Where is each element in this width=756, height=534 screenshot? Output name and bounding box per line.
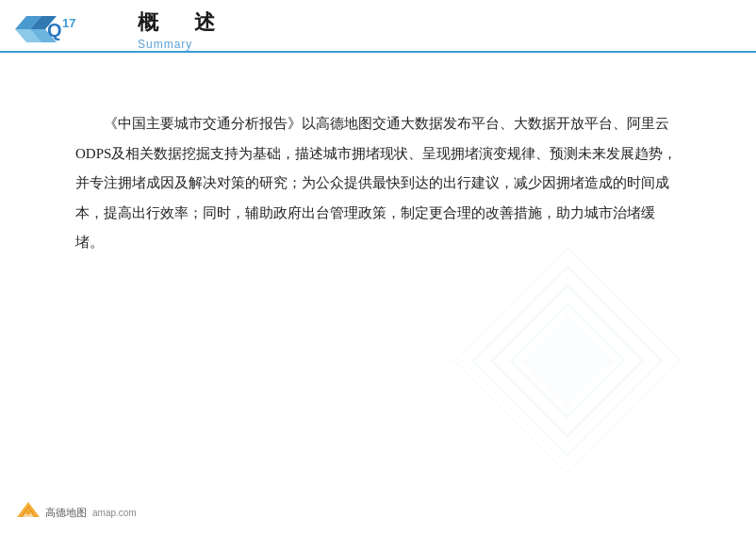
page-header: Q 17 概 述 Summary [0, 0, 756, 53]
svg-marker-6 [492, 285, 643, 436]
svg-marker-9 [520, 314, 615, 408]
page-sub-title: Summary [138, 38, 222, 51]
svg-text:Q: Q [47, 20, 62, 40]
summary-paragraph: 《中国主要城市交通分析报告》以高德地图交通大数据发布平台、大数据开放平台、阿里云… [75, 109, 681, 258]
svg-point-16 [26, 510, 31, 515]
amap-logo-icon [15, 500, 41, 525]
svg-text:17: 17 [62, 16, 75, 30]
header-title-block: 概 述 Summary [126, 8, 222, 51]
page-footer: 高德地图 amap.com [15, 500, 137, 525]
footer-url: amap.com [92, 508, 137, 518]
page-main-title: 概 述 [138, 8, 222, 37]
svg-marker-8 [511, 304, 624, 417]
main-content: 《中国主要城市交通分析报告》以高德地图交通大数据发布平台、大数据开放平台、阿里云… [0, 53, 756, 296]
footer-logo: 高德地图 [15, 500, 87, 525]
q17-logo: Q 17 [15, 8, 90, 50]
logo-area: Q 17 [15, 6, 119, 53]
footer-brand-name: 高德地图 [45, 506, 87, 520]
